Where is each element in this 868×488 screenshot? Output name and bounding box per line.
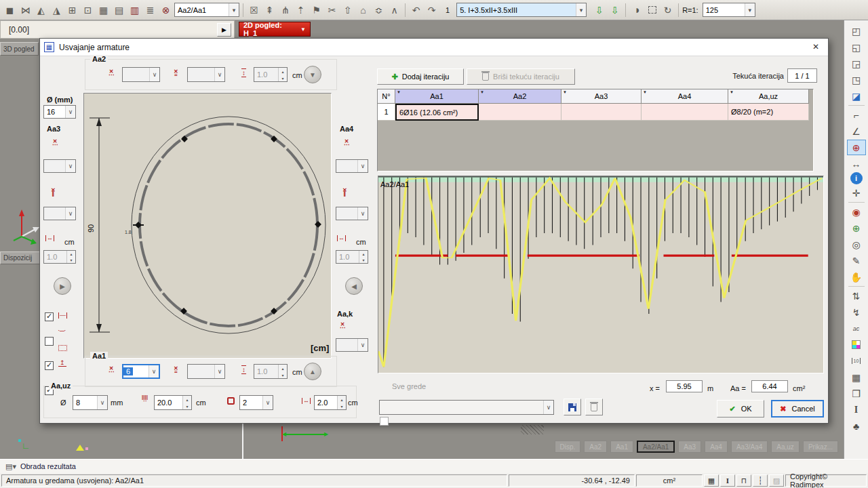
angle-icon[interactable]: ∠	[847, 123, 866, 139]
show-dashes-checkbox[interactable]	[45, 337, 54, 346]
tab-prikaz[interactable]: Prikaz...	[803, 441, 838, 453]
zoom-previous-icon[interactable]: ◎	[847, 237, 866, 252]
aa4-count-combo[interactable]: ∨	[336, 159, 368, 173]
aa3-count-combo[interactable]: ∨	[43, 159, 76, 173]
aak-combo[interactable]: ∨	[336, 338, 368, 352]
row-number-cell[interactable]: 1	[378, 104, 395, 121]
tree-icon[interactable]: ♣	[847, 418, 866, 434]
section-icon[interactable]: ◼	[3, 3, 17, 18]
undo-icon[interactable]: ↶	[409, 3, 423, 18]
lift-icon[interactable]: ⇡	[294, 3, 308, 18]
raise-icon[interactable]: ⇞	[262, 3, 277, 18]
ibeam-toggle-icon[interactable]: I	[720, 474, 735, 487]
rotate-view-icon[interactable]: ↻	[660, 3, 675, 18]
tab-dispozicija[interactable]: Dispozicij	[0, 251, 43, 264]
roof-icon[interactable]: ⌂	[356, 3, 370, 18]
add-iteration-button[interactable]: ✚ Dodaj iteraciju	[377, 68, 464, 85]
axis-toggle-icon[interactable]: ┆	[753, 474, 768, 487]
edit-icon[interactable]: ▤	[112, 3, 126, 18]
contrast-icon[interactable]: ◑	[629, 3, 644, 18]
beam-icon[interactable]: ⋈	[18, 3, 33, 18]
color-palette-icon[interactable]	[847, 337, 866, 352]
result-view-combo[interactable]: Aa2/Aa1▾	[174, 3, 239, 17]
extrude-icon[interactable]: ⇧	[340, 3, 355, 18]
dim-10-icon[interactable]: 10	[847, 353, 866, 369]
dim-width-icon[interactable]: ↔	[847, 156, 866, 171]
col-header-aauz[interactable]: ▼Aa,uz	[728, 89, 809, 104]
box-3d-icon[interactable]: ❒	[847, 386, 866, 401]
aa4-cell[interactable]	[642, 104, 728, 121]
tab-aa3[interactable]: Aa3	[678, 441, 701, 453]
aa2-offset-spinner[interactable]: 1.0▴▾	[254, 67, 288, 82]
x-value-field[interactable]: 5.95	[666, 380, 703, 392]
tab-3d-view[interactable]: 3D pogled	[0, 42, 39, 56]
aa4-rows-combo[interactable]: ∨	[336, 207, 368, 220]
support-icon[interactable]: ⊞	[65, 3, 79, 18]
scale-combo[interactable]: 125▾	[703, 3, 755, 17]
unit-readout[interactable]: cm²	[636, 474, 703, 487]
dialog-titlebar[interactable]: ▦ Usvajanje armature	[40, 39, 828, 56]
expand-level-button[interactable]: ▶	[217, 23, 231, 37]
flag-icon[interactable]: ⚑	[309, 3, 323, 18]
move-node-icon[interactable]: ✛	[847, 185, 866, 201]
slab-icon[interactable]: ◭	[34, 3, 48, 18]
col-header-aa1[interactable]: ▼Aa1	[395, 89, 479, 104]
tab-aa3-aa4[interactable]: Aa3/Aa4	[731, 441, 768, 453]
info-icon[interactable]: i	[850, 172, 863, 184]
zoom-in-icon[interactable]: ⊕	[847, 220, 866, 236]
ok-button[interactable]: ✔ OK	[717, 400, 764, 418]
aauz-cell[interactable]: Ø8/20 (m=2)	[728, 104, 809, 121]
list-icon[interactable]: ≣	[143, 3, 157, 18]
saved-scheme-combo[interactable]: ∨	[379, 400, 554, 415]
cut-icon[interactable]: ✂	[325, 3, 339, 18]
cancel-button[interactable]: ✖ Cancel	[771, 400, 824, 418]
reinforcement-diagram[interactable]: Aa2/Aa1	[378, 176, 824, 373]
aa1-layer-combo[interactable]: ∨	[187, 364, 225, 379]
aa2-count-combo[interactable]: ∨	[122, 67, 160, 82]
show-dim-checkbox[interactable]	[45, 312, 54, 321]
view-2d-button[interactable]: 2D pogled: H_1 ▼	[239, 22, 311, 37]
merge-icon[interactable]: ⋔	[278, 3, 292, 18]
export-icon[interactable]: ⇩	[608, 3, 622, 18]
aa1-cell[interactable]: 6Ø16 (12.06 cm²)	[395, 104, 479, 121]
diameter-combo[interactable]: 16∨	[43, 105, 76, 119]
aa3-rows-combo[interactable]: ∨	[43, 207, 76, 220]
zoom-window-icon[interactable]: ◉	[847, 204, 866, 220]
tab-aa1[interactable]: Aa1	[610, 441, 633, 453]
stirrup-spacing-spinner[interactable]: 20.0▴▾	[154, 395, 192, 410]
match-icon[interactable]: ≎	[372, 3, 386, 18]
delete-icon[interactable]: ☒	[247, 3, 261, 18]
col-header-aa4[interactable]: ▼Aa4	[642, 89, 728, 104]
diagram-local-icon[interactable]: ◲	[847, 56, 866, 71]
col-header-aa2[interactable]: ▼Aa2	[479, 89, 561, 104]
grid-toggle-icon[interactable]: ▦	[704, 474, 719, 487]
aa4-apply-button[interactable]: ◀	[345, 277, 363, 295]
diagram-frame2-icon[interactable]: ◱	[847, 39, 866, 55]
annotation-icon[interactable]: ac	[847, 321, 866, 336]
stirrup-diameter-combo[interactable]: 8∨	[73, 395, 108, 410]
close-icon[interactable]: ✕	[809, 42, 823, 53]
regenerate-icon[interactable]: ⇅	[847, 288, 866, 304]
aa1-offset-spinner[interactable]: 1.0▴▾	[254, 364, 288, 379]
stirrup-legs-combo[interactable]: 2∨	[239, 395, 273, 410]
grid-icon[interactable]: ▦	[96, 3, 111, 18]
diagram-color-icon[interactable]: ◪	[847, 88, 866, 104]
save-scheme-button[interactable]	[564, 399, 581, 415]
aa3-apply-button[interactable]: ▶	[54, 277, 71, 295]
ibeam-icon[interactable]: I	[847, 402, 866, 418]
frame-toggle-icon[interactable]: ⊓	[736, 474, 751, 487]
sve-grede-checkbox[interactable]	[380, 417, 389, 426]
delete-scheme-button[interactable]	[585, 399, 603, 415]
pan-icon[interactable]: ✋	[847, 269, 866, 285]
stop-icon[interactable]: ⊗	[159, 3, 173, 18]
tab-aa2[interactable]: Aa2	[584, 441, 607, 453]
dimension-icon[interactable]: ⊡	[81, 3, 95, 18]
delete-iteration-button[interactable]: Briši tekuću iteraciju	[467, 68, 575, 85]
aa2-layer-combo[interactable]: ∨	[187, 67, 225, 82]
tab-aa2-aa1[interactable]: Aa2/Aa1	[637, 441, 675, 453]
redo-icon[interactable]: ↷	[425, 3, 439, 18]
menu-label[interactable]: Obrada rezultata	[20, 462, 76, 470]
import-icon[interactable]: ⇩	[592, 3, 606, 18]
selection-window-icon[interactable]	[645, 3, 659, 18]
aa2-cell[interactable]	[479, 104, 561, 121]
